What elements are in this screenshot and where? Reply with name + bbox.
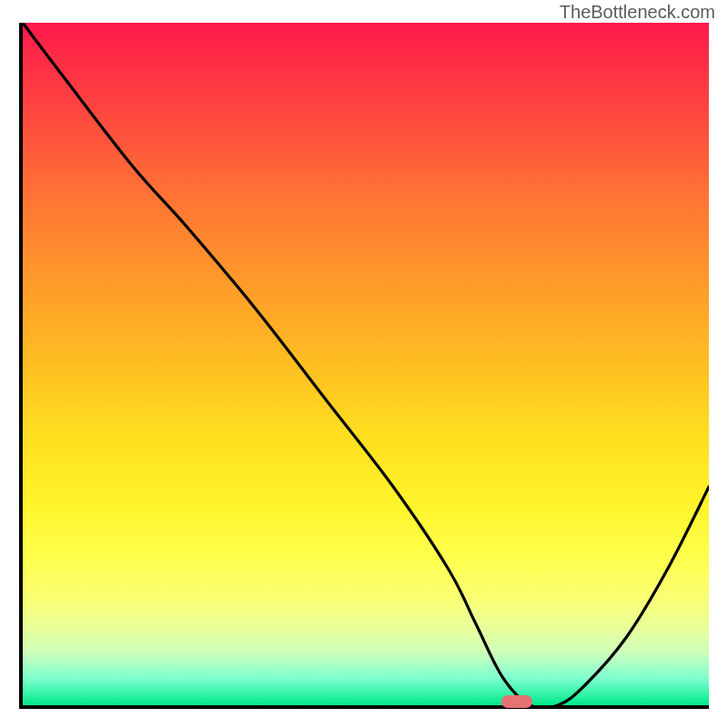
bottleneck-curve-path — [23, 23, 709, 705]
chart-plot-area — [19, 23, 709, 709]
watermark-text: TheBottleneck.com — [560, 2, 715, 23]
optimal-point-marker — [501, 695, 532, 708]
chart-line-svg — [23, 23, 709, 705]
